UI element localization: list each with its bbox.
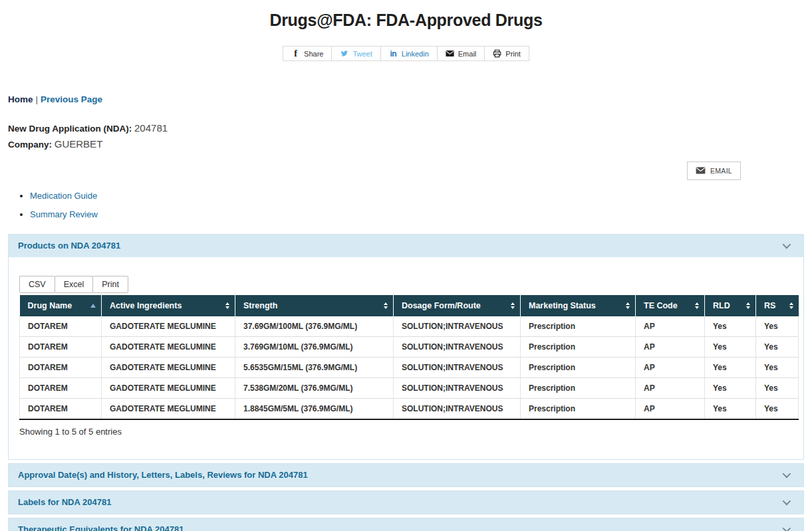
sort-ascending-icon [90, 304, 96, 308]
strength-cell: 5.6535GM/15ML (376.9MG/ML) [235, 357, 394, 377]
table-row: DOTAREM GADOTERATE MEGLUMINE 37.69GM/100… [20, 316, 799, 337]
drug-name-cell: DOTAREM [20, 357, 102, 377]
table-row: DOTAREM GADOTERATE MEGLUMINE 7.538GM/20M… [20, 377, 799, 398]
te-code-cell: AP [636, 398, 705, 419]
drug-name-cell: DOTAREM [20, 377, 102, 398]
medication-guide-link[interactable]: Medication Guide [30, 191, 97, 201]
labels-panel: Labels for NDA 204781 [8, 490, 804, 514]
active-ingredients-cell: GADOTERATE MEGLUMINE [102, 377, 235, 398]
column-header-drug-name[interactable]: Drug Name [20, 295, 102, 316]
approval-history-panel-header[interactable]: Approval Date(s) and History, Letters, L… [9, 464, 803, 486]
column-header-strength[interactable]: Strength [235, 295, 394, 316]
column-header-active-ingredients[interactable]: Active Ingredients [102, 295, 235, 316]
share-linkedin-button[interactable]: in Linkedin [381, 47, 438, 60]
marketing-status-cell: Prescription [521, 398, 636, 419]
approval-history-panel-title: Approval Date(s) and History, Letters, L… [18, 470, 308, 480]
excel-export-button[interactable]: Excel [55, 276, 94, 293]
column-header-dosage-form-route[interactable]: Dosage Form/Route [394, 295, 521, 316]
table-entries-summary: Showing 1 to 5 of 5 entries [19, 427, 797, 437]
labels-panel-header[interactable]: Labels for NDA 204781 [9, 491, 803, 514]
rld-cell: Yes [705, 377, 756, 398]
products-panel-header[interactable]: Products on NDA 204781 [9, 235, 803, 257]
dosage-form-route-cell: SOLUTION;INTRAVENOUS [394, 336, 521, 357]
csv-export-button[interactable]: CSV [19, 276, 55, 293]
sort-icon [626, 302, 630, 309]
share-print-label: Print [505, 50, 521, 58]
products-table: Drug Name Active Ingredients Strength Do… [19, 295, 799, 420]
email-icon [446, 49, 454, 58]
nda-line: New Drug Application (NDA): 204781 [8, 120, 804, 136]
chevron-down-icon [783, 524, 791, 531]
share-twitter-button[interactable]: Tweet [332, 47, 380, 60]
print-export-button[interactable]: Print [92, 276, 128, 293]
te-code-cell: AP [636, 336, 705, 357]
column-header-marketing-status[interactable]: Marketing Status [521, 295, 636, 316]
drug-name-cell: DOTAREM [20, 336, 102, 357]
dosage-form-route-cell: SOLUTION;INTRAVENOUS [394, 398, 521, 419]
strength-cell: 7.538GM/20ML (376.9MG/ML) [235, 377, 394, 398]
column-label: Strength [243, 301, 277, 310]
application-meta: New Drug Application (NDA): 204781 Compa… [8, 120, 804, 152]
sort-icon [695, 302, 699, 309]
strength-cell: 37.69GM/100ML (376.9MG/ML) [235, 316, 394, 337]
dosage-form-route-cell: SOLUTION;INTRAVENOUS [394, 357, 521, 377]
company-line: Company: GUERBET [8, 136, 804, 152]
marketing-status-cell: Prescription [521, 316, 636, 337]
twitter-icon [340, 49, 348, 58]
therapeutic-equivalents-panel-header[interactable]: Therapeutic Equivalents for NDA 204781 [9, 518, 803, 531]
marketing-status-cell: Prescription [521, 357, 636, 377]
rld-cell: Yes [705, 398, 756, 419]
breadcrumb: Home|Previous Page [8, 94, 804, 104]
breadcrumb-home-link[interactable]: Home [8, 94, 33, 104]
share-twitter-label: Tweet [352, 50, 372, 58]
share-email-label: Email [458, 50, 477, 58]
nda-label: New Drug Application (NDA): [8, 124, 132, 134]
products-panel-body: CSV Excel Print Drug Name Active Ingredi… [9, 257, 803, 459]
nda-value: 204781 [134, 122, 168, 134]
column-header-te-code[interactable]: TE Code [636, 295, 705, 316]
rld-cell: Yes [705, 336, 756, 357]
marketing-status-cell: Prescription [521, 377, 636, 398]
sort-icon [789, 302, 793, 309]
active-ingredients-cell: GADOTERATE MEGLUMINE [102, 316, 235, 337]
sort-icon [384, 302, 388, 309]
share-facebook-button[interactable]: f Share [283, 47, 332, 60]
chevron-down-icon [783, 497, 791, 506]
active-ingredients-cell: GADOTERATE MEGLUMINE [102, 398, 235, 419]
company-value: GUERBET [55, 138, 103, 150]
list-item: Summary Review [30, 209, 804, 219]
print-icon [493, 49, 501, 58]
breadcrumb-previous-page-link[interactable]: Previous Page [41, 94, 102, 104]
therapeutic-equivalents-panel: Therapeutic Equivalents for NDA 204781 [8, 518, 804, 531]
chevron-down-icon [783, 470, 791, 478]
rs-cell: Yes [756, 398, 799, 419]
envelope-icon [696, 167, 706, 174]
drug-name-cell: DOTAREM [20, 316, 102, 337]
email-page-button[interactable]: EMAIL [687, 161, 741, 180]
therapeutic-equivalents-panel-title: Therapeutic Equivalents for NDA 204781 [18, 524, 184, 531]
approval-history-panel: Approval Date(s) and History, Letters, L… [8, 463, 804, 487]
rs-cell: Yes [756, 336, 799, 357]
email-page-label: EMAIL [710, 167, 732, 175]
export-toolbar: CSV Excel Print [19, 276, 797, 293]
table-row: DOTAREM GADOTERATE MEGLUMINE 5.6535GM/15… [20, 357, 799, 377]
strength-cell: 3.769GM/10ML (376.9MG/ML) [235, 336, 394, 357]
column-label: TE Code [644, 301, 678, 310]
list-item: Medication Guide [30, 191, 804, 201]
rs-cell: Yes [756, 377, 799, 398]
column-header-rs[interactable]: RS [756, 295, 799, 316]
labels-panel-title: Labels for NDA 204781 [18, 497, 111, 507]
column-header-rld[interactable]: RLD [705, 295, 756, 316]
share-print-button[interactable]: Print [485, 47, 529, 60]
column-label: RS [764, 301, 775, 310]
column-label: Marketing Status [529, 301, 596, 310]
sort-icon [511, 302, 515, 309]
share-email-button[interactable]: Email [438, 47, 485, 60]
rs-cell: Yes [756, 316, 799, 337]
page-title: Drugs@FDA: FDA-Approved Drugs [0, 11, 812, 30]
dosage-form-route-cell: SOLUTION;INTRAVENOUS [394, 316, 521, 337]
summary-review-link[interactable]: Summary Review [30, 209, 98, 219]
dosage-form-route-cell: SOLUTION;INTRAVENOUS [394, 377, 521, 398]
share-bar: f Share Tweet in Linkedin Email Print [283, 46, 529, 61]
column-label: Dosage Form/Route [402, 301, 481, 310]
